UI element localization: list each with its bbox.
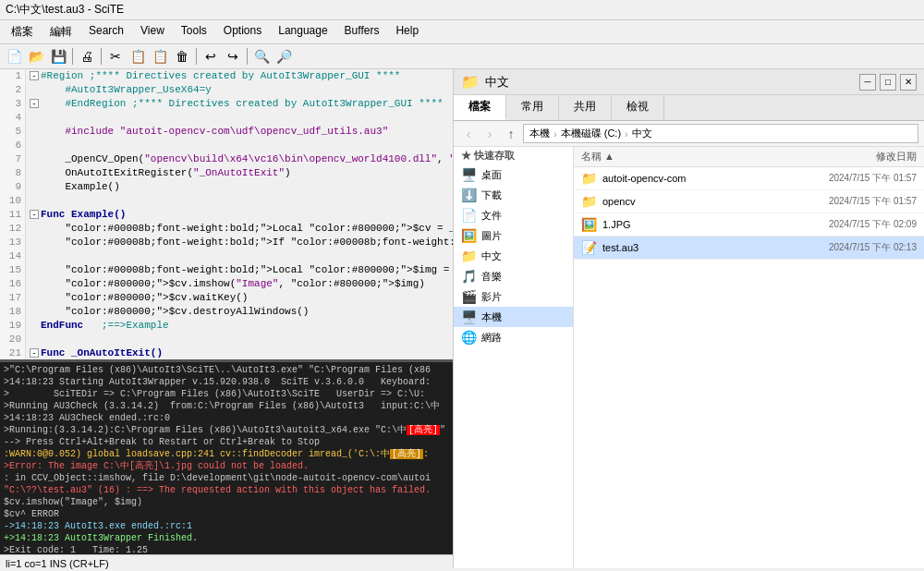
code-line[interactable]: "color:#00008b;font-weight:bold;">If "co… <box>30 236 449 249</box>
copy-button[interactable]: 📋 <box>128 46 148 67</box>
file-row[interactable]: 📝 test.au3 2024/7/15 下午 02:13 <box>574 237 924 260</box>
menu-item-檔案[interactable]: 檔案 <box>4 22 41 42</box>
menu-item-tools[interactable]: Tools <box>174 22 214 42</box>
sidebar-item[interactable]: 🎵音樂 <box>454 266 573 286</box>
address-bar[interactable]: 本機 › 本機磁碟 (C:) › 中文 <box>523 124 918 143</box>
sidebar-item[interactable]: 🖥️桌面 <box>454 164 573 185</box>
code-line[interactable]: "color:#800000;">$cv.imshow("Image", "co… <box>30 277 449 291</box>
forward-button[interactable]: › <box>480 125 499 143</box>
fold-button[interactable]: - <box>30 210 39 219</box>
menu-item-編輯[interactable]: 編輯 <box>43 22 79 42</box>
cut-button[interactable]: ✂ <box>105 46 126 67</box>
menu-item-search[interactable]: Search <box>81 22 131 42</box>
minimize-button[interactable]: ─ <box>859 74 876 91</box>
paste-button[interactable]: 📋 <box>150 46 170 67</box>
menu-item-help[interactable]: Help <box>388 22 426 42</box>
print-button[interactable]: 🖨 <box>77 46 97 67</box>
code-line[interactable] <box>30 194 449 208</box>
file-row[interactable]: 🖼️ 1.JPG 2024/7/15 下午 02:09 <box>574 213 924 237</box>
window-controls: ─ □ ✕ <box>859 74 917 91</box>
sidebar-item[interactable]: 🖥️本機 <box>454 307 573 327</box>
back-button[interactable]: ‹ <box>459 125 478 143</box>
sidebar-item[interactable]: 📄文件 <box>454 205 573 225</box>
open-button[interactable]: 📂 <box>26 46 46 67</box>
sidebar-item[interactable]: 🌐網路 <box>454 327 573 347</box>
code-line[interactable]: _OpenCV_Open("opencv\build\x64\vc16\bin\… <box>30 152 449 166</box>
line-number: 21 <box>0 346 25 359</box>
folder-icon: 🎵 <box>461 269 477 284</box>
code-line[interactable]: "color:#800000;">$cv.waitKey() <box>30 291 449 305</box>
find-button[interactable]: 🔍 <box>251 46 272 67</box>
new-button[interactable]: 📄 <box>4 46 24 67</box>
output-line: +>14:18:23 AutoIt3Wrapper Finished. <box>4 532 449 544</box>
path-part[interactable]: 中文 <box>632 127 652 140</box>
menu-item-view[interactable]: View <box>133 22 172 42</box>
code-line[interactable]: - #EndRegion ;**** Directives created by… <box>30 97 449 111</box>
folder-icon: 🖥️ <box>461 167 477 182</box>
code-line[interactable]: #include "autoit-opencv-com\udf\opencv_u… <box>30 125 449 139</box>
maximize-button[interactable]: □ <box>880 74 896 91</box>
column-name[interactable]: 名稱 ▲ <box>581 150 769 164</box>
line-number: 8 <box>0 166 25 180</box>
explorer-tab-檢視[interactable]: 檢視 <box>612 95 664 120</box>
path-part[interactable]: 本機 <box>529 127 550 140</box>
redo-button[interactable]: ↪ <box>223 46 243 67</box>
sidebar-item-label: 圖片 <box>481 229 502 243</box>
code-line[interactable]: EndFunc ;==>Example <box>30 319 449 333</box>
window-title: C:\中文\test.au3 - SciTE <box>6 3 124 16</box>
save-button[interactable]: 💾 <box>48 46 68 67</box>
output-line: >Error: The image C:\中[高亮]\1.jpg could n… <box>4 460 449 472</box>
menu-item-options[interactable]: Options <box>216 22 269 42</box>
fold-button[interactable]: - <box>30 348 39 358</box>
sidebar-item[interactable]: 🖼️圖片 <box>454 225 573 246</box>
menu-item-buffers[interactable]: Buffers <box>337 22 387 42</box>
line-number: 9 <box>0 180 25 194</box>
code-line[interactable] <box>30 333 449 346</box>
sidebar-item-label: 桌面 <box>481 168 502 182</box>
code-line[interactable]: -Func _OnAutoItExit() <box>30 346 449 359</box>
code-line[interactable] <box>30 139 449 152</box>
code-line[interactable]: "color:#00008b;font-weight:bold;">Local … <box>30 222 449 236</box>
column-date[interactable]: 修改日期 <box>769 150 917 164</box>
explorer-tab-共用[interactable]: 共用 <box>559 95 612 120</box>
code-editor[interactable]: 1234567891011121314151617181920212223 -#… <box>0 69 453 359</box>
explorer-tab-檔案[interactable]: 檔案 <box>454 95 506 120</box>
file-row[interactable]: 📁 autoit-opencv-com 2024/7/15 下午 01:57 <box>574 167 924 190</box>
code-line[interactable] <box>30 249 449 263</box>
code-line[interactable] <box>30 111 449 125</box>
menu-item-language[interactable]: Language <box>271 22 334 42</box>
file-list: 名稱 ▲ 修改日期 📁 autoit-opencv-com 2024/7/15 … <box>574 147 924 568</box>
line-number: 7 <box>0 152 25 166</box>
code-line[interactable]: #AutoIt3Wrapper_UseX64=y <box>30 83 449 97</box>
close-button[interactable]: ✕ <box>900 74 917 91</box>
file-name: test.au3 <box>602 242 769 253</box>
code-line[interactable]: -#Region ;**** Directives created by Aut… <box>30 69 449 83</box>
output-line: "C:\??\test.au3" (16) : ==> The requeste… <box>4 484 449 496</box>
fold-button[interactable]: - <box>30 71 39 80</box>
sidebar-item-label: 下載 <box>481 188 502 202</box>
explorer-tab-常用[interactable]: 常用 <box>506 95 559 120</box>
file-row[interactable]: 📁 opencv 2024/7/15 下午 01:57 <box>574 190 924 213</box>
sidebar-item[interactable]: 📁中文 <box>454 246 573 266</box>
undo-button[interactable]: ↩ <box>201 46 221 67</box>
code-line[interactable]: "color:#800000;">$cv.destroyAllWindows() <box>30 305 449 319</box>
file-date: 2024/7/15 下午 01:57 <box>769 195 917 208</box>
file-rows: 📁 autoit-opencv-com 2024/7/15 下午 01:57 📁… <box>574 167 924 260</box>
code-lines[interactable]: -#Region ;**** Directives created by Aut… <box>26 69 453 359</box>
toolbar-sep-3 <box>196 48 197 65</box>
line-number: 2 <box>0 83 25 97</box>
code-line[interactable]: OnAutoItExitRegister("_OnAutoItExit") <box>30 166 449 180</box>
sidebar-item[interactable]: ⬇️下載 <box>454 185 573 205</box>
fold-button[interactable]: - <box>30 99 39 108</box>
path-part[interactable]: 本機磁碟 (C:) <box>561 127 621 140</box>
status-text: li=1 co=1 INS (CR+LF) <box>6 558 109 569</box>
toolbar: 📄 📂 💾 🖨 ✂ 📋 📋 🗑 ↩ ↪ 🔍 🔎 <box>0 44 924 69</box>
delete-button[interactable]: 🗑 <box>172 46 192 67</box>
up-button[interactable]: ↑ <box>502 125 520 143</box>
sidebar-section-header: ★ 快速存取 <box>454 147 573 164</box>
replace-button[interactable]: 🔎 <box>274 46 294 67</box>
code-line[interactable]: "color:#00008b;font-weight:bold;">Local … <box>30 263 449 277</box>
code-line[interactable]: -Func Example() <box>30 208 449 222</box>
code-line[interactable]: Example() <box>30 180 449 194</box>
sidebar-item[interactable]: 🎬影片 <box>454 286 573 307</box>
